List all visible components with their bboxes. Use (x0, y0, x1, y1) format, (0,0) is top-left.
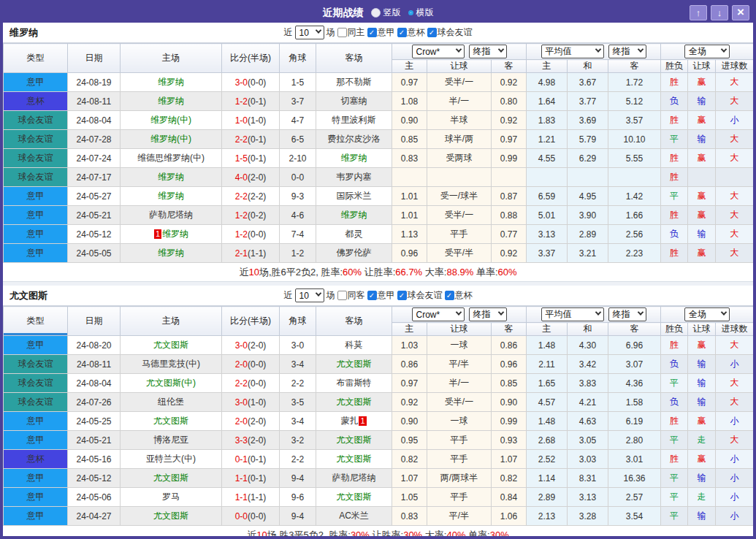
avg-odds-draw: 8.31 (568, 469, 608, 488)
view-option-horizontal[interactable]: 横版 (408, 7, 434, 19)
handicap-odds-home: 0.95 (392, 431, 427, 450)
down-arrow-icon: ↓ (717, 8, 722, 18)
radio-selected-icon (371, 8, 381, 18)
near-label: 近 (284, 289, 293, 302)
scope-select[interactable]: 全场 (684, 307, 730, 321)
match-count-select[interactable]: 10 (295, 26, 324, 39)
avg-odds-home: 2.68 (527, 431, 568, 450)
halftime-score: (0-0) (248, 359, 266, 370)
team-link: 尤文图斯 (337, 359, 372, 369)
filter-checkbox-2[interactable]: ✓意杯 (397, 26, 425, 39)
corner-score: 3-7 (280, 92, 316, 111)
match-type-cell: 意甲 (4, 336, 68, 355)
score-cell: 3-0(2-0) (222, 336, 280, 355)
result-outcome: 胜 (661, 149, 688, 168)
team-link: 布雷斯特 (337, 378, 372, 388)
match-row: 球会友谊24-07-26纽伦堡3-0(1-0)3-5尤文图斯0.92受半/一0.… (4, 393, 754, 412)
fulltime-score: 1-2 (235, 96, 248, 107)
filter-checkbox-0[interactable]: 同客 (337, 289, 365, 302)
handicap-odds-home: 1.03 (392, 336, 427, 355)
match-row: 意甲24-05-21萨勒尼塔纳1-2(0-2)4-6维罗纳1.01受半/一0.8… (4, 206, 754, 225)
result-goals: 小 (716, 507, 754, 526)
result-outcome: 平 (661, 374, 688, 393)
score-cell: 1-1(1-1) (222, 488, 280, 507)
average-select[interactable]: 平均值 (541, 307, 604, 321)
average-group-header: 平均值终指 (527, 307, 661, 323)
filter-checkbox-1[interactable]: ✓意甲 (367, 26, 395, 39)
match-type-cell: 意甲 (4, 507, 68, 526)
handicap-line: 平手 (427, 488, 492, 507)
fulltime-score: 2-0 (235, 359, 248, 370)
result-handicap: 走 (688, 488, 716, 507)
handicap-odds-away: 0.96 (492, 355, 527, 374)
team-link: 纽伦堡 (158, 397, 184, 407)
filter-checkbox-3[interactable]: ✓意杯 (445, 289, 473, 302)
team-link: 尤文图斯 (337, 454, 372, 464)
team-link: 马德里竞技(中) (142, 359, 200, 369)
match-row: 意甲24-08-19维罗纳3-0(0-0)1-5那不勒斯0.97受半/一0.92… (4, 73, 754, 92)
avg-odds-away: 2.56 (608, 225, 661, 244)
filter-checkbox-2[interactable]: ✓球会友谊 (397, 289, 443, 302)
avg-odds-home: 3.13 (527, 225, 568, 244)
result-goals: 小 (716, 469, 754, 488)
avg-odds-draw: 6.29 (568, 149, 608, 168)
match-type-cell: 球会友谊 (4, 393, 68, 412)
filter-checkbox-label: 意甲 (378, 26, 395, 39)
column-header-5: 客场 (316, 307, 392, 336)
corner-score: 9-3 (280, 187, 316, 206)
handicap-line (427, 168, 492, 187)
result-outcome: 胜 (661, 73, 688, 92)
scroll-up-button[interactable]: ↑ (690, 5, 707, 20)
team-section-header: 维罗纳近10场同主✓意甲✓意杯✓球会友谊 (3, 23, 753, 43)
scope-select[interactable]: 全场 (684, 45, 730, 58)
odds-stage-select[interactable]: 终指 (469, 45, 507, 58)
match-filter: 近10场同客✓意甲✓球会友谊✓意杯 (284, 288, 473, 302)
handicap-odds-away: 0.77 (492, 225, 527, 244)
corner-score: 2-2 (280, 450, 316, 469)
avg-odds-home: 1.83 (527, 111, 568, 130)
odds-stage-select[interactable]: 终指 (469, 307, 507, 321)
halftime-score: (2-0) (248, 172, 266, 183)
team-link: 尤文图斯 (153, 340, 188, 350)
summary-segment: 60% (498, 267, 517, 278)
average-select[interactable]: 平均值 (541, 45, 604, 58)
view-option-vertical-label: 竖版 (383, 7, 401, 19)
checkbox-icon: ✓ (445, 291, 454, 300)
corner-score: 9-4 (280, 507, 316, 526)
filter-checkbox-label: 意甲 (378, 289, 395, 302)
fulltime-score: 1-2 (235, 229, 248, 240)
match-row: 意甲24-05-12尤文图斯1-1(0-1)9-4萨勒尼塔纳1.07两/两球半0… (4, 469, 754, 488)
avg-odds-draw: 3.69 (568, 111, 608, 130)
view-option-vertical[interactable]: 竖版 (371, 7, 401, 19)
handicap-line: 一球 (427, 336, 492, 355)
home-team: 维罗纳 (121, 168, 222, 187)
result-outcome: 负 (661, 393, 688, 412)
away-team: 维罗纳 (316, 206, 392, 225)
summary-segment: 近 (239, 266, 248, 279)
bookmaker-select[interactable]: Crow* (412, 45, 465, 58)
result-handicap: 赢 (688, 206, 716, 225)
avg-stage-select[interactable]: 终指 (608, 45, 646, 58)
filter-checkbox-3[interactable]: ✓球会友谊 (427, 26, 473, 39)
corner-score: 3-4 (280, 412, 316, 431)
score-cell: 1-0(1-0) (222, 111, 280, 130)
avg-stage-select[interactable]: 终指 (608, 307, 646, 321)
scroll-down-button[interactable]: ↓ (711, 5, 728, 20)
halftime-score: (0-1) (248, 153, 266, 164)
avg-odds-draw: 3.42 (568, 355, 608, 374)
result-outcome: 负 (661, 355, 688, 374)
result-handicap: 输 (688, 92, 716, 111)
away-team: 特里波利斯 (316, 111, 392, 130)
team-link: 尤文图斯 (337, 492, 372, 502)
sub-column-header-6: 胜负 (661, 60, 688, 73)
result-outcome: 平 (661, 469, 688, 488)
filter-checkbox-label: 意杯 (455, 289, 473, 302)
bookmaker-select[interactable]: Crow* (412, 307, 465, 321)
checkbox-icon: ✓ (397, 28, 407, 37)
result-handicap: 赢 (688, 450, 716, 469)
filter-checkbox-0[interactable]: 同主 (337, 26, 365, 39)
close-button[interactable]: × (732, 5, 749, 20)
filter-checkbox-1[interactable]: ✓意甲 (367, 289, 395, 302)
result-outcome: 胜 (661, 336, 688, 355)
match-count-select[interactable]: 10 (295, 288, 324, 302)
